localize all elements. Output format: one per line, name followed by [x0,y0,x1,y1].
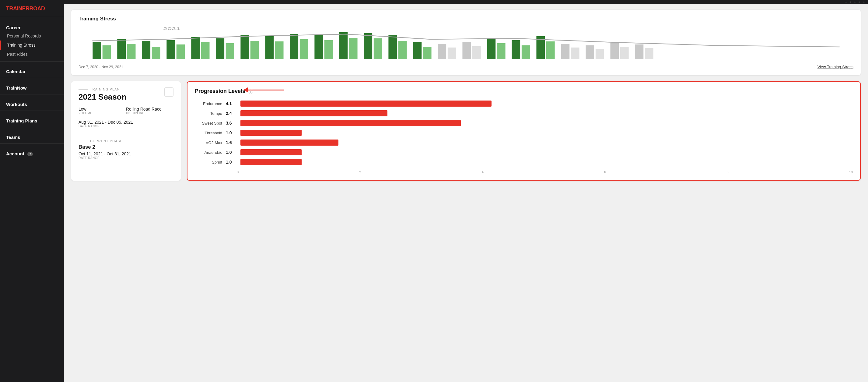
logo-text: TRAINERROAD [6,5,58,12]
bottom-section: TRAINING PLAN 2021 Season ⋯ Low VOLUME R… [71,81,861,181]
view-training-stress-link[interactable]: View Training Stress [817,65,854,69]
svg-rect-44 [635,45,643,59]
svg-rect-34 [512,40,520,59]
svg-rect-45 [645,48,653,59]
nav-divider-2 [0,78,64,78]
sidebar-item-training-stress[interactable]: Training Stress [0,40,64,50]
axis-label-4: 4 [482,170,484,174]
training-plan-meta: Low VOLUME Rolling Road Race DISCIPLINE … [79,107,174,128]
training-plan-info: TRAINING PLAN 2021 Season [79,87,127,107]
main-nav: Career Personal Records Training Stress … [0,17,64,382]
arrow-line [248,90,284,90]
sidebar-item-career[interactable]: Career [0,20,64,31]
bar-fill-3 [241,130,302,136]
sidebar-item-calendar[interactable]: Calendar [0,64,64,75]
bar-label-3: Threshold [195,131,222,135]
axis-label-2: 2 [359,170,361,174]
bar-label-4: VO2 Max [195,141,222,145]
bar-row-sprint: Sprint1.0 [195,159,853,165]
year-label: 2021 [163,27,181,30]
progression-bar-chart: Endurance4.1Tempo2.4Sweet Spot3.6Thresho… [195,100,853,165]
bar-value-2: 3.6 [226,121,237,125]
svg-rect-7 [177,45,185,59]
bar-fill-1 [241,110,388,116]
svg-rect-4 [142,41,150,59]
svg-rect-17 [300,39,308,59]
chart-footer: Dec 7, 2020 - Nov 29, 2021 View Training… [79,65,854,69]
bar-fill-0 [241,100,492,107]
logo: TRAINERROAD [0,0,64,17]
axis-label-6: 6 [604,170,606,174]
svg-rect-41 [596,49,604,59]
bar-value-4: 1.6 [226,140,237,145]
phase-date-range: Oct 11, 2021 - Oct 31, 2021 [79,151,174,156]
progression-levels-card: Progression Levels ? Endurance4.1Tempo2.… [187,81,861,181]
training-plan-menu-button[interactable]: ⋯ [164,87,174,96]
bar-row-endurance: Endurance4.1 [195,100,853,107]
bar-label-5: Anaerobic [195,150,222,155]
sidebar-item-trainnow[interactable]: TrainNow [0,81,64,92]
account-label: Account [6,151,24,156]
svg-rect-5 [152,47,160,59]
sidebar-item-personal-records[interactable]: Personal Records [0,31,64,40]
svg-rect-28 [438,44,446,59]
top-strip: + + + + + [64,0,868,4]
axis-label-10: 10 [849,170,853,174]
sidebar: TRAINERROAD Career Personal Records Trai… [0,0,64,382]
bar-fill-2 [241,120,461,126]
bar-container-1 [241,110,853,116]
bar-row-threshold: Threshold1.0 [195,130,853,136]
svg-rect-10 [216,38,224,59]
main-content: + + + + + Training Stress 2021 [64,0,868,382]
svg-rect-24 [389,35,397,59]
svg-rect-0 [93,42,101,59]
bar-container-3 [241,130,853,136]
current-phase-label: CURRENT PHASE [79,139,174,143]
svg-rect-27 [423,47,432,59]
volume-value: Low [79,107,126,112]
svg-rect-43 [620,47,629,59]
sidebar-item-workouts[interactable]: Workouts [0,97,64,108]
bar-fill-5 [241,149,302,155]
bar-value-5: 1.0 [226,150,237,155]
axis-label-8: 8 [726,170,728,174]
bar-value-0: 4.1 [226,101,237,106]
sidebar-item-account[interactable]: Account 7 [0,146,64,157]
bar-value-3: 1.0 [226,130,237,135]
sidebar-item-training-plans[interactable]: Training Plans [0,113,64,125]
account-badge: 7 [27,152,33,156]
bar-value-6: 1.0 [226,159,237,165]
svg-rect-32 [487,38,495,59]
bar-label-0: Endurance [195,101,222,106]
svg-rect-25 [398,41,407,59]
sidebar-item-teams[interactable]: Teams [0,130,64,141]
svg-rect-2 [117,39,126,59]
svg-rect-33 [497,43,505,59]
logo-road: ROAD [30,5,45,11]
current-phase-section: CURRENT PHASE Base 2 Oct 11, 2021 - Oct … [79,134,174,159]
bar-label-2: Sweet Spot [195,121,222,125]
svg-rect-22 [364,33,372,59]
svg-rect-15 [275,41,284,59]
bar-fill-6 [241,159,302,165]
nav-divider-5 [0,127,64,127]
top-strip-dots: + + + + + [843,0,868,5]
svg-rect-30 [462,42,471,59]
svg-rect-26 [413,42,422,59]
nav-divider-3 [0,94,64,94]
phase-date-label: DATE RANGE [79,156,174,159]
svg-rect-42 [610,43,619,59]
svg-rect-35 [522,46,530,59]
svg-rect-16 [290,34,298,59]
phase-title: Base 2 [79,144,174,150]
sidebar-item-past-rides[interactable]: Past Rides [0,50,64,59]
svg-rect-20 [339,32,347,59]
chart-axis-labels: 0 2 4 6 8 10 [237,170,853,174]
svg-rect-29 [448,48,456,59]
bar-container-6 [241,159,853,165]
discipline-label: DISCIPLINE [126,112,174,115]
progression-title: Progression Levels [195,88,245,94]
bar-fill-4 [241,140,338,146]
bar-container-0 [241,100,853,107]
svg-rect-23 [374,38,382,59]
